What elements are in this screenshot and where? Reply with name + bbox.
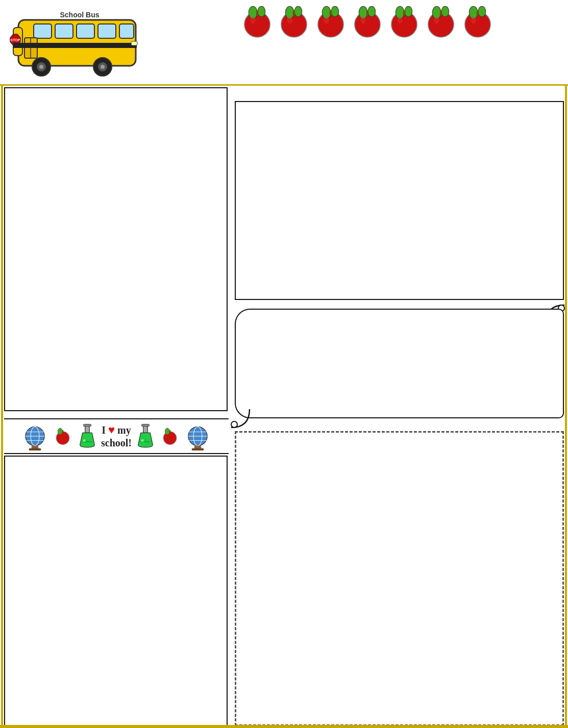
svg-rect-5 [55,24,73,38]
school-bus-icon: STOP School Bus [3,5,146,81]
apple-icon [277,4,311,39]
svg-point-14 [39,65,43,69]
apple-icon [424,4,458,39]
svg-rect-8 [119,24,134,38]
svg-rect-7 [98,24,116,38]
svg-point-29 [287,16,292,24]
svg-rect-75 [169,430,171,433]
svg-point-27 [294,6,302,17]
svg-rect-4 [34,24,52,38]
svg-point-39 [360,16,365,24]
svg-point-69 [83,439,86,442]
svg-rect-48 [440,11,442,16]
svg-point-72 [141,439,144,442]
svg-rect-53 [477,11,479,16]
svg-point-47 [441,6,449,17]
svg-point-22 [258,6,265,17]
school-banner: I ♥ myschool! [4,418,229,454]
svg-text:School Bus: School Bus [60,11,99,19]
scroll-content-box [235,309,564,418]
bus-area: STOP School Bus [0,0,153,86]
svg-point-74 [165,428,169,435]
svg-point-52 [478,6,486,17]
svg-point-44 [397,16,402,24]
svg-rect-11 [13,43,137,48]
flask-icon [77,423,98,449]
globe-icon [21,422,49,450]
svg-rect-23 [256,11,258,16]
apple-icon [240,4,275,39]
bottom-right-dashed-box [235,431,564,726]
apple-icon [350,4,385,39]
svg-rect-28 [293,11,295,16]
svg-point-34 [324,16,329,24]
svg-rect-66 [62,430,64,433]
apple-icon [460,4,495,39]
svg-text:STOP: STOP [11,38,20,42]
svg-point-49 [434,16,439,24]
apple-icon [313,4,348,39]
bottom-left-content-box [4,456,228,726]
svg-point-42 [405,6,412,17]
svg-rect-71 [141,424,149,426]
banner-text: I ♥ myschool! [101,423,132,449]
right-top-content-box [235,101,564,300]
apple-icon [159,425,181,447]
svg-point-17 [101,65,105,69]
svg-rect-6 [77,24,94,38]
svg-point-56 [231,421,237,428]
apple-icon [387,4,422,39]
left-top-content-box [4,87,228,411]
svg-rect-43 [403,11,405,16]
svg-rect-68 [83,424,91,426]
svg-rect-82 [192,448,204,450]
flask-icon [135,423,156,449]
bottom-gold-strip [0,725,568,728]
svg-rect-38 [366,11,368,16]
svg-rect-18 [131,41,137,45]
svg-point-65 [58,428,62,435]
svg-rect-33 [330,11,332,16]
svg-point-32 [331,6,339,17]
apple-icon [52,425,73,447]
header-apples-row [240,4,495,39]
heart-icon: ♥ [108,423,115,436]
scroll-curl-bottom-left-icon [230,408,251,429]
globe-icon [184,422,212,450]
svg-point-54 [471,16,476,24]
svg-point-37 [368,6,376,17]
header-bar: STOP School Bus [0,0,568,86]
svg-rect-63 [29,448,41,450]
svg-point-24 [250,16,255,24]
